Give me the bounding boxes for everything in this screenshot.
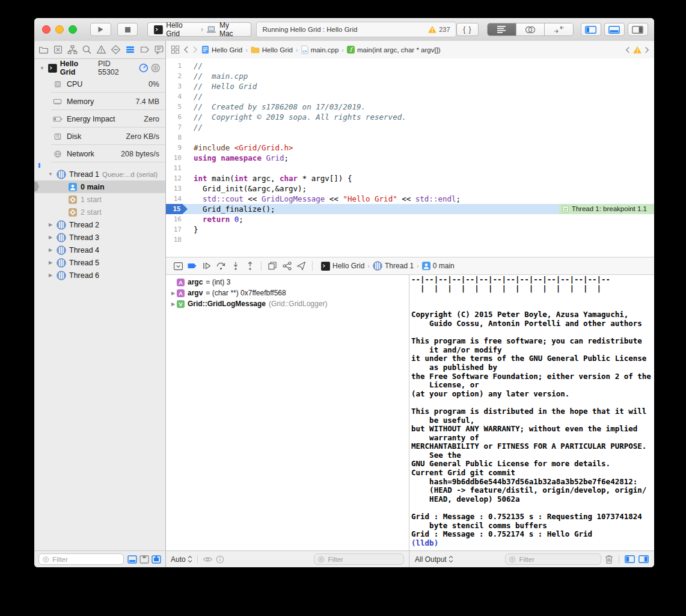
disclosure-triangle[interactable]: ▶ [47,273,54,278]
breakpoints-toggle-button[interactable] [185,259,200,273]
next-issue-icon[interactable] [645,46,649,54]
line-number[interactable]: 3 [166,81,188,91]
variable-row[interactable]: ▶ A argv = (char **) 0x7ffeefbff568 [166,288,409,298]
code-line-8[interactable]: 8 [166,132,654,143]
step-into-button[interactable] [228,259,243,273]
disclosure-triangle[interactable]: ▶ [47,222,54,227]
code-line-9[interactable]: 9#include <Grid/Grid.h> [166,143,654,153]
line-number[interactable]: 6 [166,112,188,122]
breakpoint-annotation[interactable]: Thread 1: breakpoint 1.1 [559,204,654,214]
code-line-18[interactable]: 18 [166,235,654,245]
process-row[interactable]: ▼ Hello Grid PID 55302 [34,58,165,75]
filter-stack-frames-button[interactable] [152,555,161,564]
console-scope-dropdown[interactable]: All Output [415,555,453,564]
go-back-icon[interactable] [183,46,189,54]
toggle-variables-view-button[interactable] [625,555,635,563]
stack-frame-row[interactable]: 1 start [34,193,165,206]
line-number[interactable]: 9 [166,143,188,153]
debug-breadcrumb-item[interactable]: 0 main [422,262,455,270]
line-number[interactable]: 17 [166,224,188,235]
code-line-2[interactable]: 2// main.cpp [166,71,654,81]
thread-row[interactable]: ▶ Thread 6 [34,269,165,282]
code-line-16[interactable]: 16 return 0; [166,214,654,224]
variable-row[interactable]: ▶ V Grid::GridLogMessage (Grid::GridLogg… [166,298,409,309]
gauge-row-disk[interactable]: Disk Zero KB/s [34,128,165,145]
console-view[interactable]: --|--|--|--|--|--|--|--|--|--|--|--|--|-… [409,275,654,550]
breakpoint-badge[interactable]: 15 [166,204,188,214]
line-number[interactable]: 12 [166,173,188,183]
test-navigator-icon[interactable] [111,45,121,55]
source-control-navigator-icon[interactable] [53,45,63,55]
variable-row[interactable]: A argc = (int) 3 [166,277,409,288]
assistant-editor-button[interactable] [516,23,545,35]
stack-frame-row[interactable]: 0 main [34,180,165,193]
filter-view-mode-button[interactable] [139,555,149,564]
hide-debug-area-button[interactable] [171,259,185,273]
zoom-window-button[interactable] [69,25,77,34]
gauge-row-memory[interactable]: Memory 7.4 MB [34,93,165,110]
line-number[interactable]: 7 [166,122,188,132]
simulate-location-button[interactable] [294,259,308,273]
toggle-debug-area-button[interactable] [604,23,625,36]
issue-navigator-icon[interactable] [96,45,106,55]
disclosure-triangle[interactable]: ▶ [170,291,177,296]
scheme-selector[interactable]: Hello Grid › My Mac [147,22,251,37]
line-number[interactable]: 13 [166,183,188,194]
code-line-14[interactable]: 14 std::cout << GridLogMessage << "Hello… [166,194,654,204]
line-number[interactable]: 2 [166,71,188,81]
line-number[interactable]: 14 [166,194,188,204]
standard-editor-button[interactable] [488,23,516,35]
code-line-6[interactable]: 6// Copyright © 2019 sopa. All rights re… [166,112,654,122]
toggle-console-view-button[interactable] [639,555,649,563]
line-number[interactable]: 1 [166,61,188,71]
variables-filter-field[interactable] [314,553,404,565]
debug-navigator-icon[interactable] [125,45,135,55]
gauge-row-energy[interactable]: Energy Impact Zero [34,110,165,128]
breadcrumb-item[interactable]: Hello Grid [201,45,242,54]
navigator-filter-field[interactable] [38,553,124,565]
line-number[interactable]: 8 [166,132,188,143]
library-button[interactable]: { } [456,23,479,36]
lldb-prompt[interactable]: (lldb) [411,538,443,547]
disclosure-triangle[interactable]: ▶ [47,235,54,240]
report-navigator-icon[interactable] [154,45,164,55]
stop-button[interactable] [117,23,138,36]
code-line-17[interactable]: 17} [166,224,654,235]
code-line-5[interactable]: 5// Created by s1786208 on 17/03/2019. [166,102,654,112]
gauge-row-cpu[interactable]: CPU 0% [34,75,165,93]
breadcrumb-item[interactable]: Hello Grid [251,46,293,54]
code-line-4[interactable]: 4// [166,91,654,102]
debug-memory-graph-button[interactable] [280,259,294,273]
toggle-inspector-button[interactable] [628,23,648,36]
clear-console-trash-icon[interactable] [605,555,613,564]
line-number[interactable]: 16 [166,214,188,224]
issue-warning-icon[interactable] [633,46,642,54]
code-line-1[interactable]: 1// [166,61,654,71]
disclosure-triangle[interactable]: ▶ [47,247,54,253]
thread-row[interactable]: ▼ Thread 1 Queue:...d (serial) [34,168,165,180]
warning-badge[interactable]: 237 [428,26,455,33]
gauges-icon[interactable] [139,63,149,73]
close-window-button[interactable] [42,25,51,34]
thread-row[interactable]: ▶ Thread 4 [34,244,165,256]
info-icon[interactable] [216,555,224,564]
variables-filter-input[interactable] [326,555,400,564]
gauge-row-network[interactable]: Network 208 bytes/s [34,145,165,162]
run-button[interactable] [90,23,111,36]
filter-running-blocks-button[interactable] [127,555,137,564]
console-filter-input[interactable] [518,555,597,564]
step-over-button[interactable] [214,259,228,273]
project-navigator-icon[interactable] [38,45,49,55]
source-editor[interactable]: 1//2// main.cpp3// Hello Grid4//5// Crea… [166,58,654,259]
go-forward-icon[interactable] [192,46,198,54]
toggle-navigator-button[interactable] [581,23,601,36]
previous-issue-icon[interactable] [625,46,630,54]
breadcrumb-item[interactable]: c+main.cpp [301,45,339,54]
line-number[interactable]: 11 [166,163,188,173]
memory-graph-icon[interactable] [151,63,161,73]
code-line-13[interactable]: 13 Grid_init(&argc,&argv); [166,183,654,194]
disclosure-triangle[interactable]: ▶ [170,301,177,307]
related-items-icon[interactable] [171,45,180,54]
debug-breadcrumb-item[interactable]: Hello Grid [321,262,364,271]
line-number[interactable]: 10 [166,153,188,163]
